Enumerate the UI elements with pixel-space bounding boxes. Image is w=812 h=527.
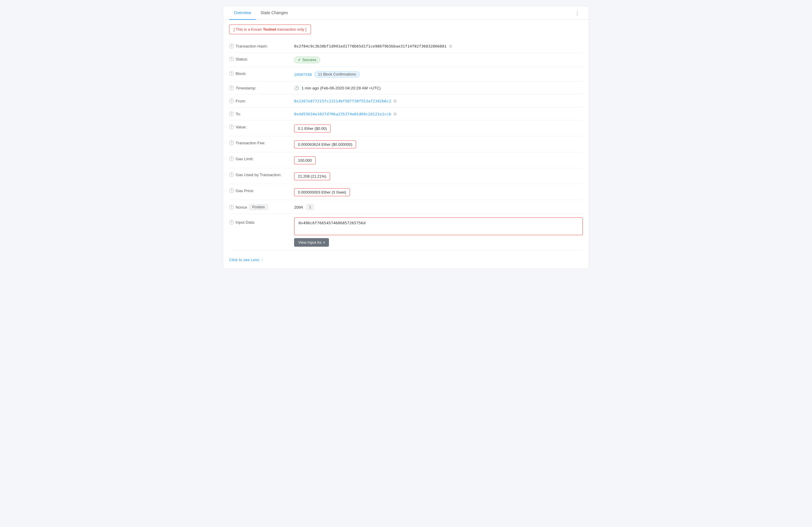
row-input-data: ? Input Data: 0x496c6f766545746868572657… bbox=[229, 214, 583, 251]
help-icon-to[interactable]: ? bbox=[229, 111, 234, 116]
label-gas-price: ? Gas Price: bbox=[229, 188, 294, 193]
copy-to-icon[interactable]: ⧉ bbox=[394, 111, 396, 117]
tab-overview[interactable]: Overview bbox=[229, 6, 256, 20]
tx-fee-amount: 0.000063624 Ether ($0.000000) bbox=[298, 142, 352, 147]
row-from: ? From: 0x2267e877215fc21514bf507f30f553… bbox=[229, 94, 583, 107]
copy-tx-hash-icon[interactable]: ⧉ bbox=[449, 44, 452, 49]
gas-limit-value: 100,000 bbox=[298, 158, 312, 163]
help-icon-gas-used[interactable]: ? bbox=[229, 172, 234, 177]
dropdown-arrow-icon: ▾ bbox=[323, 241, 325, 244]
value-transaction-hash: 0x2f84c9c3b38bf1d991ed1778b65d1f1ce986f9… bbox=[294, 43, 583, 49]
nonce-position-value: 1 bbox=[306, 204, 314, 210]
help-icon-status[interactable]: ? bbox=[229, 57, 234, 61]
row-to: ? To: 0xdd55634e1027d706a235374e01d69c2d… bbox=[229, 107, 583, 120]
value-gas-used: 21,208 (21.21%) bbox=[294, 172, 583, 180]
value-amount-box: 0.1 Ether ($0.00) bbox=[294, 124, 331, 133]
value-to: 0xdd55634e1027d706a235374e01d69c2d121e1c… bbox=[294, 111, 583, 117]
value-input-data: 0x496c6f76654574686857265756d View Input… bbox=[294, 217, 583, 247]
row-nonce: ? Nonce Position 2094 1 bbox=[229, 200, 583, 214]
help-icon-input-data[interactable]: ? bbox=[229, 220, 234, 225]
label-gas-used: ? Gas Used by Transaction: bbox=[229, 172, 294, 177]
view-input-as-button[interactable]: View Input As ▾ bbox=[294, 238, 329, 247]
row-tx-fee: ? Transaction Fee: 0.000063624 Ether ($0… bbox=[229, 136, 583, 152]
row-value: ? Value: 0.1 Ether ($0.00) bbox=[229, 120, 583, 136]
more-options-icon[interactable]: ⋮ bbox=[572, 7, 583, 19]
value-status: ✔ Success bbox=[294, 56, 583, 63]
gas-used-value: 21,208 (21.21%) bbox=[298, 174, 326, 179]
row-gas-limit: ? Gas Limit: 100,000 bbox=[229, 152, 583, 168]
overview-content: [ This is a Kovan Testnet transaction on… bbox=[223, 20, 589, 269]
testnet-notice: [ This is a Kovan Testnet transaction on… bbox=[229, 25, 311, 34]
testnet-highlight: Testnet bbox=[263, 27, 276, 32]
help-icon-nonce[interactable]: ? bbox=[229, 205, 234, 210]
label-input-data: ? Input Data: bbox=[229, 217, 294, 225]
see-less-container: Click to see Less ↑ bbox=[229, 251, 583, 264]
tx-fee-box: 0.000063624 Ether ($0.000000) bbox=[294, 140, 356, 148]
gas-price-value: 0.000000003 Ether (3 Gwei) bbox=[298, 190, 346, 194]
from-address-link[interactable]: 0x2267e877215fc21514bf507f30f553af2342b6… bbox=[294, 99, 391, 103]
label-value: ? Value: bbox=[229, 124, 294, 129]
row-block: ? Block: 16587338 11 Block Confirmations bbox=[229, 67, 583, 81]
gas-price-box: 0.000000003 Ether (3 Gwei) bbox=[294, 188, 350, 196]
row-timestamp: ? Timestamp: 🕐 1 min ago (Feb-06-2020 04… bbox=[229, 81, 583, 94]
label-nonce: ? Nonce Position bbox=[229, 204, 294, 210]
value-tx-fee: 0.000063624 Ether ($0.000000) bbox=[294, 140, 583, 148]
to-address-link[interactable]: 0xdd55634e1027d706a235374e01d69c2d121e1c… bbox=[294, 112, 391, 116]
row-status: ? Status: ✔ Success bbox=[229, 52, 583, 67]
value-block: 16587338 11 Block Confirmations bbox=[294, 71, 583, 78]
input-data-box: 0x496c6f76654574686857265756d bbox=[294, 217, 583, 235]
view-input-as-label: View Input As bbox=[298, 240, 321, 245]
value-gas-limit: 100,000 bbox=[294, 156, 583, 164]
value-gas-price: 0.000000003 Ether (3 Gwei) bbox=[294, 188, 583, 196]
value-timestamp: 🕐 1 min ago (Feb-06-2020 04:20:28 AM +UT… bbox=[294, 85, 583, 90]
block-confirmations-badge: 11 Block Confirmations bbox=[314, 71, 360, 78]
clock-icon: 🕐 bbox=[294, 86, 299, 90]
arrow-up-icon: ↑ bbox=[261, 258, 263, 262]
row-transaction-hash: ? Transaction Hash: 0x2f84c9c3b38bf1d991… bbox=[229, 40, 583, 52]
label-block: ? Block: bbox=[229, 71, 294, 76]
label-transaction-hash: ? Transaction Hash: bbox=[229, 43, 294, 48]
success-check-icon: ✔ bbox=[298, 58, 301, 62]
copy-from-icon[interactable]: ⧉ bbox=[394, 99, 396, 104]
see-less-link[interactable]: Click to see Less ↑ bbox=[229, 254, 263, 264]
label-from: ? From: bbox=[229, 98, 294, 103]
row-gas-price: ? Gas Price: 0.000000003 Ether (3 Gwei) bbox=[229, 184, 583, 200]
nonce-value: 2094 bbox=[294, 205, 303, 210]
help-icon-value[interactable]: ? bbox=[229, 124, 234, 129]
label-status: ? Status: bbox=[229, 56, 294, 61]
value-amount: 0.1 Ether ($0.00) bbox=[298, 126, 327, 131]
help-icon-gas-price[interactable]: ? bbox=[229, 188, 234, 193]
help-icon-timestamp[interactable]: ? bbox=[229, 86, 234, 90]
gas-limit-box: 100,000 bbox=[294, 156, 316, 164]
label-tx-fee: ? Transaction Fee: bbox=[229, 140, 294, 145]
timestamp-value: 1 min ago (Feb-06-2020 04:20:28 AM +UTC) bbox=[302, 86, 381, 90]
label-timestamp: ? Timestamp: bbox=[229, 85, 294, 90]
value-value: 0.1 Ether ($0.00) bbox=[294, 124, 583, 133]
value-nonce: 2094 1 bbox=[294, 204, 583, 210]
help-icon-tx-hash[interactable]: ? bbox=[229, 44, 234, 48]
help-icon-tx-fee[interactable]: ? bbox=[229, 140, 234, 145]
see-less-label: Click to see Less bbox=[229, 258, 259, 262]
input-data-value: 0x496c6f76654574686857265756d bbox=[299, 221, 365, 225]
label-gas-limit: ? Gas Limit: bbox=[229, 156, 294, 161]
row-gas-used: ? Gas Used by Transaction: 21,208 (21.21… bbox=[229, 168, 583, 184]
label-to: ? To: bbox=[229, 111, 294, 116]
tab-bar: Overview State Changes ⋮ bbox=[223, 6, 589, 20]
tx-hash-value: 0x2f84c9c3b38bf1d991ed1778b65d1f1ce986f9… bbox=[294, 44, 447, 48]
gas-used-box: 21,208 (21.21%) bbox=[294, 172, 330, 180]
help-icon-block[interactable]: ? bbox=[229, 71, 234, 76]
tab-state-changes[interactable]: State Changes bbox=[256, 6, 293, 20]
position-badge: Position bbox=[249, 204, 268, 210]
block-number-link[interactable]: 16587338 bbox=[294, 72, 312, 77]
status-badge: ✔ Success bbox=[294, 57, 320, 63]
help-icon-from[interactable]: ? bbox=[229, 99, 234, 103]
value-from: 0x2267e877215fc21514bf507f30f553af2342b6… bbox=[294, 98, 583, 104]
help-icon-gas-limit[interactable]: ? bbox=[229, 156, 234, 161]
